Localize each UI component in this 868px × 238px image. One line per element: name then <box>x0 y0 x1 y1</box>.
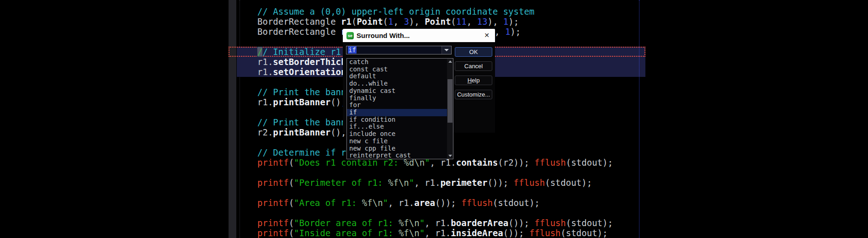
surround-option-if-else[interactable]: if...else <box>347 123 443 130</box>
ok-button[interactable]: OK <box>455 47 492 57</box>
code-line: r2.printBanner(); <box>257 127 346 137</box>
surround-option-if[interactable]: if <box>347 109 447 116</box>
screen: // Assume a (0,0) upper-left origin coor… <box>0 0 868 238</box>
code-line: printf("Area of r1: %f\n", r1.area()); f… <box>257 198 540 208</box>
code-line: r1.printBanner(); <box>257 97 346 107</box>
surround-option-default[interactable]: default <box>347 73 443 80</box>
code-line: printf("Perimeter of r1: %f\n", r1.perim… <box>257 178 592 188</box>
code-line: r1.setBorderThick <box>257 57 346 67</box>
triangle-down-icon <box>448 155 452 157</box>
indent-guide-line <box>240 0 240 238</box>
code-line: // Print the bann <box>257 87 346 97</box>
surround-option-const-cast[interactable]: const cast <box>347 66 443 73</box>
surround-option-for[interactable]: for <box>347 102 443 109</box>
dialog-title: Surround With... <box>357 29 410 42</box>
surround-option-if-condition[interactable]: if condition <box>347 116 443 124</box>
combo-dropdown-button[interactable] <box>442 46 451 54</box>
surround-options-list[interactable]: catchconst castdefaultdo...whiledynamic … <box>346 58 453 159</box>
code-line: // Assume a (0,0) upper-left origin coor… <box>257 6 534 16</box>
combo-value: if <box>348 46 357 54</box>
scrollbar-thumb[interactable] <box>447 79 453 123</box>
customize-button[interactable]: Customize... <box>455 90 492 99</box>
surround-combo-input[interactable]: if <box>346 46 452 54</box>
code-line: // Determine if r <box>257 147 346 157</box>
surround-option-reinterpret-cast[interactable]: reinterpret cast <box>347 152 443 159</box>
surround-option-dynamic-cast[interactable]: dynamic cast <box>347 87 443 95</box>
triangle-up-icon <box>448 60 452 63</box>
surround-option-new-cpp-file[interactable]: new cpp file <box>347 145 443 152</box>
scroll-up-button[interactable] <box>447 59 453 65</box>
code-line: BorderRectangle r1(Point(1, 3), Point(11… <box>257 16 519 27</box>
code-line: printf("Border area of r1: %f\n", r1.boa… <box>257 218 613 228</box>
right-margin-line <box>639 0 639 238</box>
surround-option-catch[interactable]: catch <box>347 59 443 66</box>
surround-option-do-while[interactable]: do...while <box>347 80 443 87</box>
surround-option-include-once[interactable]: include once <box>347 130 443 138</box>
surround-with-dialog-titlebar[interactable]: se Surround With... ✕ <box>343 29 495 42</box>
code-line: // Print the bann <box>257 117 346 127</box>
close-icon[interactable]: ✕ <box>482 30 492 40</box>
scroll-down-button[interactable] <box>447 153 453 159</box>
help-button[interactable]: Help <box>455 76 492 85</box>
code-line: , 1); <box>495 27 521 37</box>
editor-gutter-bar <box>229 0 236 238</box>
surround-option-finally[interactable]: finally <box>347 95 443 102</box>
code-line: r1.setOrientation <box>257 67 346 77</box>
code-line: BorderRectangle r <box>257 27 346 37</box>
code-line: // Initialize r1 <box>257 47 341 57</box>
cancel-button[interactable]: Cancel <box>455 61 492 71</box>
list-scrollbar[interactable] <box>447 59 453 159</box>
code-line: printf("Inside area of r1: %f\n", r1.ins… <box>257 228 607 238</box>
chevron-down-icon <box>444 49 449 51</box>
surround-option-new-c-file[interactable]: new c file <box>347 138 443 145</box>
slickedit-icon: se <box>346 32 354 39</box>
